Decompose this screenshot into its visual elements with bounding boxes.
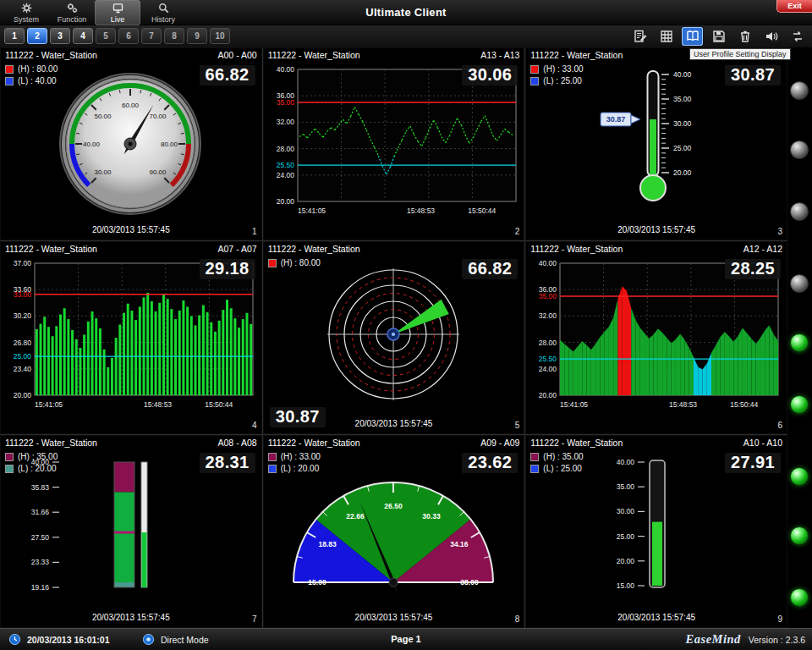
svg-text:23.33: 23.33 [31, 558, 50, 566]
panel-9: 111222 - Water_StationA10 - A10(H) : 35.… [525, 435, 787, 628]
svg-text:32.00: 32.00 [539, 311, 557, 320]
panel-channel-label: A12 - A12 [743, 244, 782, 254]
led-indicator-7[interactable] [790, 467, 809, 486]
panel-timestamp: 20/03/2013 15:57:45 [0, 225, 262, 234]
svg-text:30.87: 30.87 [606, 115, 626, 124]
svg-text:20.00: 20.00 [617, 557, 635, 565]
version-label: Version : 2.3.6 [749, 635, 805, 645]
panel-timestamp: 20/03/2013 15:57:45 [0, 613, 262, 622]
panel-index: 8 [515, 614, 520, 624]
legend-color-swatch [5, 453, 14, 461]
page-tab-5[interactable]: 5 [96, 28, 116, 44]
led-indicator-6[interactable] [790, 395, 809, 414]
toolbar-sound-button[interactable] [760, 27, 782, 46]
brand-logo: EaseMind [686, 632, 741, 647]
panel-secondary-value: 30.87 [270, 407, 326, 427]
panel-legend: (H) : 80.00(L) : 40.00 [5, 64, 58, 88]
svg-text:25.00: 25.00 [617, 532, 635, 541]
svg-text:23.40: 23.40 [14, 365, 32, 373]
toolbar-save-button[interactable] [708, 27, 729, 46]
toolbar [629, 27, 808, 46]
save-icon [711, 29, 727, 44]
panel-value: 30.06 [462, 65, 518, 85]
page-tab-6[interactable]: 6 [118, 28, 139, 44]
svg-text:40.00: 40.00 [83, 140, 101, 148]
legend-label: (L) : 20.00 [281, 464, 320, 473]
led-indicator-1[interactable] [790, 81, 809, 100]
legend-item: (H) : 80.00 [268, 258, 321, 267]
legend-item: (L) : 40.00 [5, 76, 58, 85]
toolbar-delete-button[interactable] [734, 27, 755, 46]
legend-color-swatch [530, 77, 539, 85]
page-tab-2[interactable]: 2 [27, 28, 47, 44]
svg-text:70.00: 70.00 [150, 113, 167, 120]
legend-item: (L) : 20.00 [268, 464, 321, 473]
svg-text:35.00: 35.00 [673, 95, 692, 103]
led-indicator-8[interactable] [790, 526, 809, 545]
page-tab-10[interactable]: 10 [210, 28, 230, 44]
panel-index: 9 [777, 614, 782, 624]
page-tab-7[interactable]: 7 [141, 28, 162, 44]
svg-text:35.00: 35.00 [617, 482, 635, 491]
toolbar-user-profile-button[interactable] [682, 27, 703, 46]
svg-text:20.00: 20.00 [276, 197, 294, 206]
legend-label: (H) : 80.00 [18, 64, 58, 74]
page-tab-9[interactable]: 9 [187, 28, 207, 44]
panel-index: 6 [777, 421, 782, 430]
legend-label: (H) : 80.00 [281, 258, 321, 267]
panel-legend: (H) : 35.00(L) : 20.00 [5, 452, 58, 476]
led-indicator-9[interactable] [790, 588, 809, 607]
panel-index: 5 [515, 421, 520, 430]
toolbar-grid-view-button[interactable] [656, 27, 677, 46]
panel-station-label: 111222 - Water_Station [5, 438, 97, 448]
page-tab-4[interactable]: 4 [73, 28, 93, 44]
panel-index: 7 [252, 614, 257, 624]
svg-text:24.00: 24.00 [276, 171, 294, 179]
panel-channel-label: A09 - A09 [480, 438, 519, 448]
legend-item: (L) : 25.00 [530, 76, 583, 85]
svg-text:90.00: 90.00 [150, 168, 167, 176]
svg-text:28.00: 28.00 [276, 145, 294, 153]
led-indicator-5[interactable] [790, 333, 809, 352]
panel-channel-label: A07 - A07 [218, 244, 257, 254]
panel-4: 111222 - Water_StationA07 - A0737.0033.6… [0, 241, 262, 434]
trash-icon [738, 29, 753, 44]
svg-text:24.00: 24.00 [539, 365, 557, 373]
toolbar-profile-edit-button[interactable] [629, 27, 650, 46]
toolbar-switch-button[interactable] [787, 27, 808, 46]
page-tab-1[interactable]: 1 [4, 28, 25, 44]
legend-color-swatch [530, 465, 539, 473]
page-tab-8[interactable]: 8 [164, 28, 184, 44]
legend-item: (H) : 33.00 [268, 452, 321, 461]
svg-text:19.16: 19.16 [31, 583, 50, 592]
panel-value: 27.91 [725, 453, 781, 473]
svg-text:15:48:53: 15:48:53 [144, 400, 172, 409]
toolbar-tooltip: User Profile Setting Display [689, 48, 791, 60]
led-indicator-4[interactable] [790, 274, 809, 293]
radar-widget [266, 256, 521, 416]
svg-text:30.33: 30.33 [422, 512, 441, 521]
svg-text:30.00: 30.00 [673, 119, 692, 128]
app-title: Ultimate Client [0, 6, 812, 19]
led-indicator-2[interactable] [790, 140, 809, 159]
panel-legend: (H) : 80.00 [268, 258, 321, 270]
panel-station-label: 111222 - Water_Station [530, 244, 623, 254]
svg-text:40.00: 40.00 [673, 70, 692, 79]
page-tab-3[interactable]: 3 [50, 28, 70, 44]
bars-widget: 37.0033.6033.0030.2026.8025.0023.4020.00… [3, 256, 258, 416]
legend-label: (L) : 25.00 [543, 464, 582, 473]
svg-text:20.00: 20.00 [673, 168, 692, 177]
svg-text:25.50: 25.50 [539, 355, 557, 363]
legend-label: (H) : 35.00 [18, 452, 58, 461]
svg-text:80.00: 80.00 [161, 140, 178, 148]
led-indicator-3[interactable] [790, 202, 809, 221]
page-tabs: 12345678910 [4, 28, 230, 44]
panel-8: 111222 - Water_StationA09 - A09(H) : 33.… [263, 435, 525, 628]
svg-text:15:50:44: 15:50:44 [468, 207, 496, 215]
panel-value: 29.18 [200, 259, 255, 279]
svg-text:50.00: 50.00 [94, 113, 112, 120]
svg-text:20.00: 20.00 [14, 391, 32, 399]
exit-button[interactable]: Exit [776, 0, 812, 13]
legend-color-swatch [5, 65, 14, 74]
legend-color-swatch [268, 259, 277, 267]
